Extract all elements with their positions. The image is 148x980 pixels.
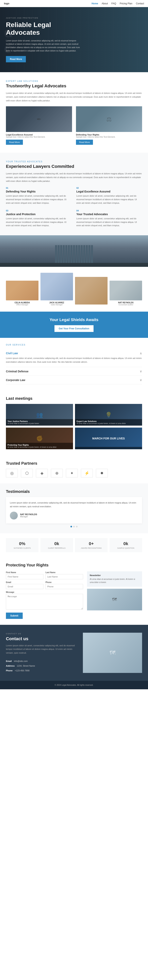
trust-card-2-btn[interactable]: Read More: [76, 140, 93, 145]
chevron-down-icon-3: ∨: [140, 378, 142, 382]
nav-pricing[interactable]: Pricing Plan: [120, 2, 132, 5]
footer-text: © 2024 Legal Advocates. All rights reser…: [55, 684, 93, 686]
map-icon: 🗺: [112, 597, 117, 602]
nav-about[interactable]: About: [102, 2, 108, 5]
partners-section: Trusted Partners ◎ ⬡ ◈ ⊕ ✦ ⚡ ✸: [0, 455, 148, 484]
nav-home[interactable]: Home: [92, 2, 98, 5]
stat-item-2: 0k Client Referrals: [40, 538, 73, 552]
phone-input[interactable]: [45, 584, 83, 589]
meeting-card-4: MARCH FOR OUR LIVES: [75, 428, 142, 449]
trust-card-1-label: Legal Excellence Assured: [6, 134, 72, 136]
first-name-field: First Name: [6, 571, 43, 579]
stat-item-1: 0% Satisfied Clients: [6, 538, 38, 552]
team-name-2: JACK ALVAREZ: [40, 302, 73, 304]
submit-button[interactable]: Submit: [6, 612, 23, 619]
meeting-card-2-desc: At urna vitae ut accumsan si justo lorem…: [76, 422, 140, 425]
contact-form-section: Protecting Your Rights First Name Last N…: [0, 557, 148, 625]
trustworthy-title: Trustworthy Legal Advocates: [6, 83, 142, 89]
building-section: [0, 235, 148, 267]
stat-label-3: Award Recognitions: [76, 547, 106, 549]
nav-logo: logo: [4, 2, 9, 5]
team-member-2: JACK ALVAREZ Sales Manager: [40, 273, 73, 306]
first-name-input[interactable]: [6, 574, 43, 579]
dot-2[interactable]: [73, 526, 75, 527]
experienced-tag: YOUR TRUSTED ADVOCATES: [6, 161, 142, 163]
contact-form-title: Protecting Your Rights: [6, 563, 142, 567]
hero-tag: JUSTICE AND PROTECTION: [6, 17, 81, 19]
stat-item-4: 0k Sample Question: [110, 538, 142, 552]
service-item-1[interactable]: Civil Law ∧ Lorem ipsum dolor sit amet, …: [6, 349, 142, 367]
trust-card-1-btn[interactable]: Read More: [6, 140, 23, 145]
meeting-card-2-title: Expert Law Solutions: [76, 420, 140, 422]
trustworthy-section: EXPERT LAW SOLUTIONS Trustworthy Legal A…: [0, 72, 148, 153]
exp-desc-1: Lorem ipsum dolor sit amet, consectetur …: [6, 194, 72, 205]
email-contact-value: info@site.com: [14, 660, 28, 662]
experienced-title: Experienced Lawyers Committed: [6, 164, 142, 169]
exp-item-1: 01 Defending Your Rights Lorem ipsum dol…: [6, 187, 72, 205]
contact-info-tag: CONTACT US: [6, 633, 77, 635]
footer: © 2024 Legal Advocates. All rights reser…: [0, 681, 148, 689]
meetings-grid: 👥 Your Justice Partners At urna vitae ut…: [6, 404, 142, 449]
trust-card-2-image: ⚖: [76, 106, 142, 132]
service-title-2: Criminal Defense: [6, 370, 29, 373]
exp-num-2: 02: [76, 187, 142, 189]
meeting-card-2-overlay: Expert Law Solutions At urna vitae ut ac…: [75, 419, 142, 426]
shield-cta-button[interactable]: Get Your Free Consultation: [54, 325, 94, 332]
meeting-card-3: ✊ Protecting Your Rights at urna vitae u…: [6, 428, 73, 449]
author-photo: [10, 512, 18, 520]
form-right: Newsletter At urna vitae ut accumsan si …: [87, 571, 142, 619]
partners-grid: ◎ ⬡ ◈ ⊕ ✦ ⚡ ✸: [6, 469, 142, 477]
meeting-card-4-bg: MARCH FOR OUR LIVES: [75, 428, 142, 449]
map-placeholder: 🗺: [87, 589, 142, 610]
experienced-grid: 01 Defending Your Rights Lorem ipsum dol…: [6, 187, 142, 228]
form-row-2: Email Phone: [6, 581, 83, 589]
dot-3[interactable]: [76, 526, 78, 527]
stats-section: 0% Satisfied Clients 0k Client Referrals…: [0, 533, 148, 557]
meeting-card-2: 💡 Expert Law Solutions At urna vitae ut …: [75, 404, 142, 426]
meeting-card-1-overlay: Your Justice Partners At urna vitae ut a…: [6, 419, 73, 426]
email-label: Email: [6, 581, 43, 583]
service-header-3[interactable]: Corporate Law ∨: [6, 378, 142, 382]
service-header-1[interactable]: Civil Law ∧: [6, 352, 142, 355]
shield-title: Your Legal Shields Awaits: [6, 318, 142, 322]
service-item-3[interactable]: Corporate Law ∨: [6, 376, 142, 384]
partner-logo-7: ✸: [96, 469, 108, 477]
exp-num-3: 03: [6, 210, 72, 212]
email-field: Email: [6, 581, 43, 589]
stat-label-4: Sample Question: [111, 547, 140, 549]
exp-item-2: 02 Legal Excellence Assured Lorem ipsum …: [76, 187, 142, 205]
email-input[interactable]: [6, 584, 43, 589]
team-photo-4: [110, 281, 142, 301]
stat-num-3: 0+: [76, 541, 106, 546]
stat-label-2: Client Referrals: [42, 547, 72, 549]
exp-title-3: Justice and Protection: [6, 213, 72, 216]
navbar: logo Home About FAQ Pricing Plan Contact: [0, 0, 148, 7]
dot-1[interactable]: [70, 526, 72, 527]
hero-content: JUSTICE AND PROTECTION Reliable Legal Ad…: [6, 17, 81, 62]
hero-cta-button[interactable]: Read More: [6, 56, 26, 62]
testimonials-title: Testimonials: [6, 489, 142, 494]
exp-title-4: Your Trusted Advocates: [76, 213, 142, 216]
contact-info-section: CONTACT US Contact us Lorem ipsum dolor …: [0, 625, 148, 681]
team-section: CELIA ALMEIDA Office Manager JACK ALVARE…: [0, 267, 148, 312]
services-tag: OUR SERVICES: [6, 344, 142, 346]
stat-num-4: 0k: [111, 541, 140, 546]
testimonial-text: Lorem ipsum dolor sit amet, consectetur …: [10, 501, 138, 508]
first-name-label: First Name: [6, 571, 43, 574]
nav-faq[interactable]: FAQ: [111, 2, 116, 5]
service-item-2[interactable]: Criminal Defense ∨: [6, 367, 142, 376]
service-header-2[interactable]: Criminal Defense ∨: [6, 369, 142, 373]
sidebar-text: At urna vitae ut accumsan si justo lorem…: [90, 578, 139, 584]
stat-label-1: Satisfied Clients: [8, 547, 37, 549]
address-contact-label: Address: [6, 665, 14, 667]
testimonial-box: Lorem ipsum dolor sit amet, consectetur …: [6, 497, 142, 523]
contact-details: Email info@site.com Address 1234, Street…: [6, 659, 77, 673]
team-role-1: Office Manager: [6, 304, 38, 306]
team-name-4: NAT REYNOLDS: [110, 302, 142, 304]
testimonial-author: NAT REYNOLDS Manager: [10, 512, 138, 520]
last-name-label: Last Name: [45, 571, 83, 574]
nav-contact[interactable]: Contact: [136, 2, 144, 5]
message-input[interactable]: [6, 594, 83, 609]
last-name-input[interactable]: [45, 574, 83, 579]
message-label: Message: [6, 591, 83, 593]
